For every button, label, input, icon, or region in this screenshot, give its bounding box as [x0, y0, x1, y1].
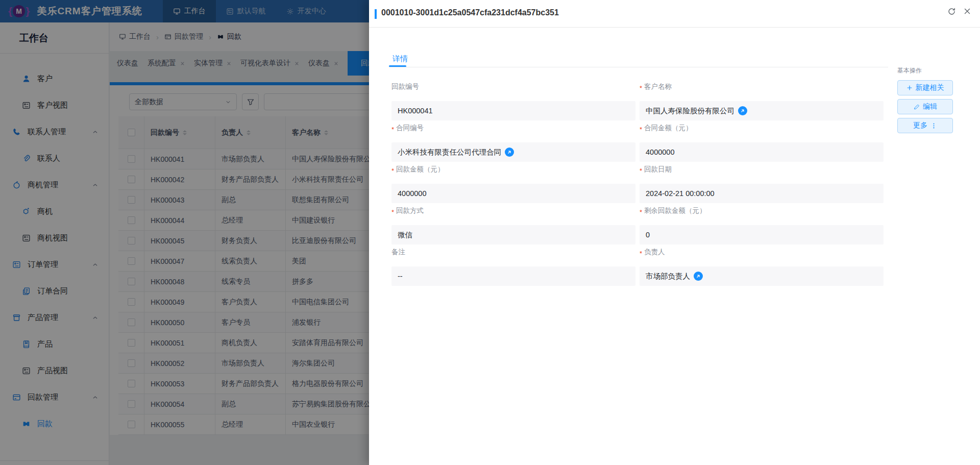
field-payment-amount: *回款金额（元） 4000000 [391, 165, 635, 174]
field-remaining-amount: *剩余回款金额（元） 0 [640, 206, 884, 215]
open-link-icon[interactable] [694, 272, 703, 281]
required-marker: * [391, 167, 394, 175]
required-marker: * [391, 208, 394, 216]
required-marker: * [640, 84, 642, 92]
field-customer-name: *客户名称 中国人寿保险股份有限公司 [640, 82, 884, 91]
open-link-icon[interactable] [738, 106, 747, 115]
open-link-icon[interactable] [505, 148, 514, 157]
create-related-button[interactable]: 新建相关 [897, 80, 953, 95]
title-accent-bar [375, 9, 377, 19]
drawer-header: 0001010-3001d1c25a0547cfa231dcf4a57bc351 [369, 0, 980, 28]
field-payment-no: 回款编号 HK000041 [391, 82, 635, 91]
field-owner: *负责人 市场部负责人 [640, 248, 884, 257]
field-value: 0 [640, 225, 884, 244]
field-remark: 备注 -- [391, 248, 635, 257]
field-contract-amount: *合同金额（元） 4000000 [640, 124, 884, 133]
required-marker: * [640, 126, 642, 133]
tab-divider [389, 67, 888, 67]
field-value: -- [391, 266, 635, 286]
drawer-title: 0001010-3001d1c25a0547cfa231dcf4a57bc351 [381, 8, 559, 17]
close-icon[interactable] [963, 7, 971, 15]
required-marker: * [640, 250, 642, 257]
field-value: 微信 [391, 225, 635, 244]
required-marker: * [640, 167, 642, 175]
field-payment-date: *回款日期 2024-02-21 00:00:00 [640, 165, 884, 174]
field-value: HK000041 [391, 101, 635, 120]
field-value: 2024-02-21 00:00:00 [640, 184, 884, 203]
actions-group-label: 基本操作 [897, 66, 959, 75]
drawer-mask[interactable] [0, 0, 369, 465]
tab-active-underline [389, 65, 406, 67]
basic-actions-panel: 基本操作 新建相关 编辑 更多 [897, 66, 959, 137]
field-value: 小米科技有限责任公司代理合同 [391, 142, 635, 162]
field-value: 4000000 [391, 184, 635, 203]
tab-detail[interactable]: 详情 [393, 54, 408, 64]
required-marker: * [391, 126, 394, 133]
more-button[interactable]: 更多 [897, 118, 953, 133]
payment-detail-drawer: 0001010-3001d1c25a0547cfa231dcf4a57bc351… [369, 0, 980, 465]
required-marker: * [640, 208, 642, 216]
edit-button[interactable]: 编辑 [897, 99, 953, 114]
field-payment-method: *回款方式 微信 [391, 206, 635, 215]
refresh-icon[interactable] [947, 7, 956, 16]
field-value: 市场部负责人 [640, 266, 884, 286]
field-value: 中国人寿保险股份有限公司 [640, 101, 884, 120]
more-vertical-icon [930, 123, 937, 129]
field-contract-no: *合同编号 小米科技有限责任公司代理合同 [391, 124, 635, 133]
field-value: 4000000 [640, 142, 884, 162]
pencil-icon [913, 104, 920, 110]
plus-icon [906, 85, 913, 91]
app-root: { M } 美乐CRM客户管理系统 工作台 默认导航 开发中心 工作台 [0, 0, 980, 465]
